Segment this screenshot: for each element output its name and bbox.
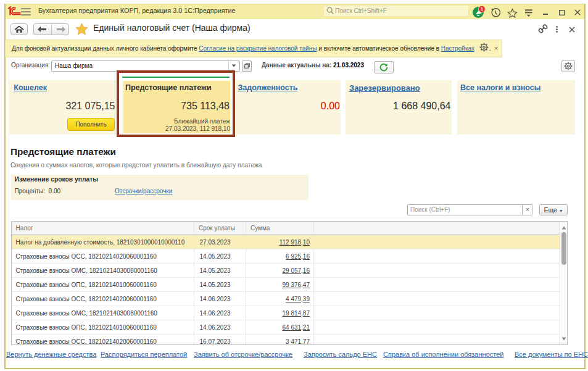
svg-text:1: 1 — [481, 6, 484, 12]
